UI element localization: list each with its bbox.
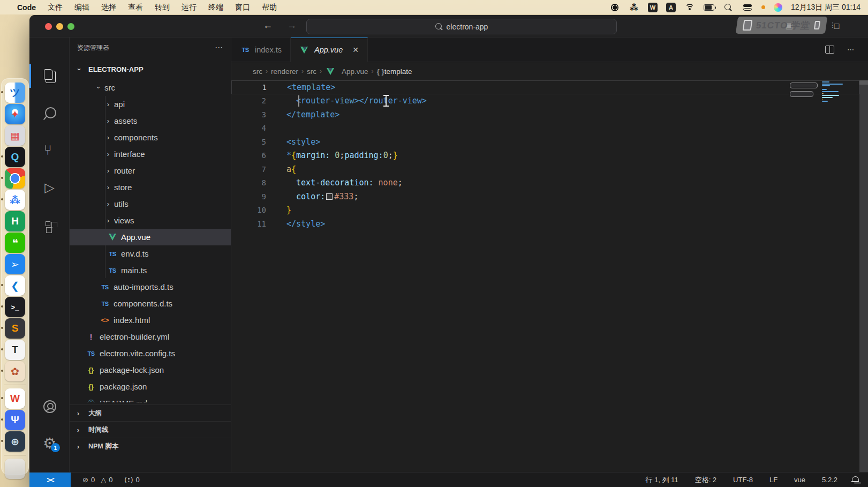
window-title-bar[interactable]: ← → electron-app ▣ ⫶◻ 51CTO 学堂 [29, 15, 868, 38]
trash-icon[interactable] [5, 459, 25, 479]
source-control-icon[interactable] [29, 137, 70, 163]
dock-item-electron-app[interactable]: ⊛ [5, 431, 25, 452]
section-时间线[interactable]: ›时间线 [70, 421, 231, 438]
project-root-row[interactable]: › ELECTRON-APP [70, 62, 231, 76]
deer-security-icon[interactable]: Ψ [5, 410, 25, 430]
search-view-icon[interactable] [29, 101, 70, 126]
minimize-window-button[interactable] [56, 23, 63, 30]
customize-layout-icon[interactable]: ⫶◻ [832, 21, 840, 31]
tab-index.ts[interactable]: TSindex.ts [231, 38, 291, 62]
navigate-back-button[interactable]: ← [261, 20, 275, 31]
status-cursor-position[interactable]: 行 1, 列 11 [645, 475, 678, 485]
scrollbar-thumb[interactable] [859, 80, 868, 85]
wps-menu-icon[interactable]: W [648, 3, 658, 12]
close-tab-icon[interactable]: ✕ [352, 46, 359, 54]
menu-item-终端[interactable]: 终端 [208, 3, 223, 11]
tree-item-package.json[interactable]: {}package.json [70, 378, 231, 395]
zoom-window-button[interactable] [67, 23, 74, 30]
dingtalk-icon[interactable]: ➢ [5, 254, 25, 274]
terminal-icon[interactable]: >_ [5, 297, 25, 317]
extensions-icon[interactable] [29, 212, 70, 238]
safari-icon[interactable]: ✦ [5, 104, 25, 124]
section-大纲[interactable]: ›大纲 [70, 404, 231, 421]
minimap[interactable] [820, 81, 847, 178]
dock-item-paint-palette[interactable]: ✿ [5, 361, 25, 381]
menu-item-查看[interactable]: 查看 [128, 3, 143, 11]
breadcrumb-App.vue[interactable]: App.vue [325, 68, 368, 76]
cloud-circles-app-icon[interactable]: ⁂ [5, 190, 25, 210]
hbuilder-icon[interactable]: H [5, 211, 25, 231]
dock-item-terminal[interactable]: >_ [5, 297, 25, 317]
dock-item-quicktime[interactable]: Q [5, 147, 25, 167]
menu-item-转到[interactable]: 转到 [155, 3, 170, 11]
dock-item-cloud-circles-app[interactable]: ⁂ [5, 190, 25, 210]
status-version[interactable]: 5.2.2 [822, 476, 837, 484]
wechat-icon[interactable]: ❝ [5, 233, 25, 253]
dock-item-safari[interactable]: ✦ [5, 104, 25, 124]
status-eol[interactable]: LF [769, 476, 778, 484]
control-center-icon[interactable] [742, 3, 753, 12]
dock-item-chrome[interactable] [5, 168, 25, 189]
electron-app-icon[interactable]: ⊛ [5, 431, 25, 452]
tree-item-main.ts[interactable]: TSmain.ts [70, 262, 231, 279]
tree-item-views[interactable]: ›views [70, 212, 231, 229]
wifi-icon[interactable] [684, 3, 695, 12]
menu-item-帮助[interactable]: 帮助 [262, 3, 277, 11]
tree-item-components[interactable]: ›components [70, 129, 231, 146]
tree-item-index.html[interactable]: <>index.html [70, 312, 231, 328]
menu-item-文件[interactable]: 文件 [48, 3, 63, 11]
tree-item-electron-builder.yml[interactable]: !electron-builder.yml [70, 328, 231, 345]
sublime-text-icon[interactable]: S [5, 318, 25, 339]
breadcrumb-template[interactable]: { }template [377, 68, 412, 76]
explorer-icon[interactable] [29, 63, 70, 89]
dock-item-deer-security[interactable]: Ψ [5, 410, 25, 430]
status-encoding[interactable]: UTF-8 [733, 476, 753, 484]
menu-item-运行[interactable]: 运行 [182, 3, 197, 11]
menu-app-name[interactable]: Code [17, 3, 36, 12]
ports-indicator[interactable]: 0 [124, 476, 139, 484]
siri-icon[interactable] [774, 3, 782, 12]
tree-item-store[interactable]: ›store [70, 179, 231, 196]
share-nodes-icon[interactable]: ⁂ [629, 3, 639, 12]
tree-item-components.d.ts[interactable]: TScomponents.d.ts [70, 295, 231, 312]
finder-icon[interactable]: ツ [5, 83, 25, 103]
sidebar-more-actions-icon[interactable]: ⋯ [215, 43, 223, 53]
tree-item-env.d.ts[interactable]: TSenv.d.ts [70, 245, 231, 262]
breadcrumb-src[interactable]: src [253, 68, 262, 76]
dock-item-hbuilder[interactable]: H [5, 211, 25, 231]
launchpad-icon[interactable]: ▦ [5, 125, 25, 146]
dock-item-vscode[interactable]: ❮ [5, 275, 25, 296]
tree-item-router[interactable]: ›router [70, 162, 231, 179]
tree-item-electron.vite.config.ts[interactable]: TSelectron.vite.config.ts [70, 345, 231, 362]
dock-item-wechat[interactable]: ❝ [5, 233, 25, 253]
recording-indicator-icon[interactable] [609, 3, 620, 12]
quicktime-icon[interactable]: Q [5, 147, 25, 167]
chrome-icon[interactable] [5, 168, 25, 189]
tree-item-src[interactable]: ›src [70, 79, 231, 96]
breadcrumb-renderer[interactable]: renderer [271, 68, 298, 76]
run-debug-icon[interactable] [29, 175, 70, 200]
menu-item-选择[interactable]: 选择 [101, 3, 116, 11]
tree-item-README.md[interactable]: iREADME.md [70, 395, 231, 402]
editor-scrollbar[interactable] [859, 80, 868, 472]
command-center-search[interactable]: electron-app [306, 19, 617, 34]
close-window-button[interactable] [45, 23, 52, 30]
menu-clock[interactable]: 12月13日 周三 01:14 [791, 3, 861, 12]
battery-icon[interactable] [704, 3, 714, 12]
dock-item-sublime-text[interactable]: S [5, 318, 25, 339]
tree-item-api[interactable]: ›api [70, 96, 231, 113]
tree-item-package-lock.json[interactable]: {}package-lock.json [70, 362, 231, 378]
vscode-icon[interactable]: ❮ [5, 275, 25, 296]
dock-item-typora[interactable]: T [5, 340, 25, 360]
dock-item-dingtalk[interactable]: ➢ [5, 254, 25, 274]
tab-App.vue[interactable]: App.vue✕ [291, 38, 368, 62]
breadcrumb-src[interactable]: src [307, 68, 316, 76]
remote-indicator[interactable]: >< [29, 473, 71, 487]
dock-item-wps-office[interactable]: W [5, 388, 25, 409]
menu-item-窗口[interactable]: 窗口 [235, 3, 250, 11]
problems-indicator[interactable]: ⊘0 △0 [82, 476, 112, 484]
editor-more-actions-icon[interactable]: ⋯ [847, 46, 854, 54]
wps-office-icon[interactable]: W [5, 388, 25, 409]
notifications-bell-icon[interactable] [851, 476, 858, 483]
spotlight-icon[interactable] [723, 3, 734, 12]
